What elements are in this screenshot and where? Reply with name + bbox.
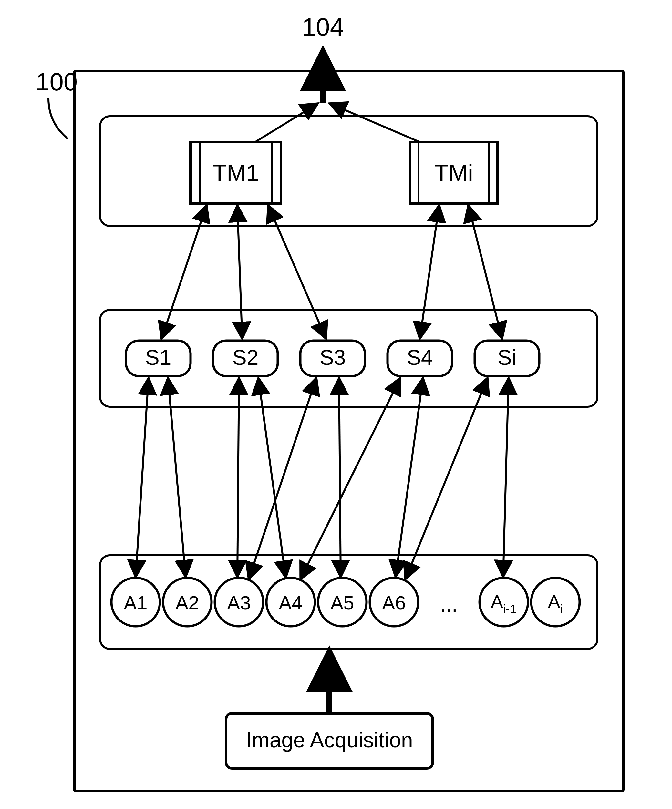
a5-label: A5 [330, 592, 354, 614]
s3-node: S3 [300, 341, 365, 376]
s1-label: S1 [145, 346, 171, 369]
tmi-node: TMi [410, 142, 497, 203]
image-acquisition-label: Image Acquisition [246, 728, 413, 752]
tmi-label: TMi [434, 160, 473, 186]
s2-node: S2 [213, 341, 278, 376]
s4-label: S4 [407, 346, 433, 369]
si-node: Si [475, 341, 539, 376]
s2-label: S2 [232, 346, 259, 369]
svg-point-17 [480, 578, 528, 626]
s3-label: S3 [320, 346, 346, 369]
ai-label: A [548, 591, 560, 611]
a2-label: A2 [175, 592, 199, 614]
system-outer-box [74, 71, 623, 791]
a5-node: A5 [318, 578, 366, 626]
ref-104: 104 [302, 13, 344, 41]
ref-100-leader [49, 99, 68, 139]
si-label: Si [497, 346, 517, 369]
s4-a4 [300, 378, 400, 579]
aimin1-node: Ai-1 [480, 578, 528, 626]
aimin1-label: A [491, 591, 503, 611]
a1-node: A1 [111, 578, 160, 626]
a-ellipsis: ... [440, 593, 457, 616]
tm1-label: TM1 [212, 160, 259, 186]
tmi-to-output [329, 103, 420, 142]
tm-layer [100, 116, 597, 226]
tm1-to-output [255, 103, 318, 142]
a4-label: A4 [279, 592, 302, 614]
s4-node: S4 [388, 341, 452, 376]
a3-node: A3 [215, 578, 263, 626]
a1-label: A1 [124, 592, 147, 614]
ai-sub: i [560, 603, 563, 616]
ref-100: 100 [35, 67, 77, 96]
a6-node: A6 [370, 578, 418, 626]
a6-label: A6 [382, 592, 406, 614]
a3-label: A3 [227, 592, 250, 614]
aimin1-sub: i-1 [503, 603, 517, 616]
a2-node: A2 [163, 578, 212, 626]
a4-node: A4 [266, 578, 315, 626]
ai-node: Ai [531, 578, 580, 626]
tm1-node: TM1 [190, 142, 281, 203]
diagram-svg: 104 100 TM1 TMi S1 S2 S3 S4 [0, 0, 672, 809]
s1-node: S1 [126, 341, 190, 376]
si-a6 [405, 378, 487, 579]
